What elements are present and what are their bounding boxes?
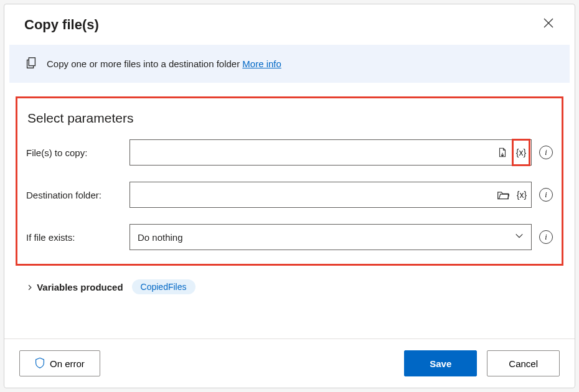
- chevron-down-icon: [515, 231, 524, 243]
- on-error-button[interactable]: On error: [19, 350, 100, 376]
- destination-folder-input[interactable]: [130, 182, 494, 207]
- on-error-label: On error: [50, 358, 85, 369]
- variable-token-icon: {x}: [516, 147, 526, 157]
- close-icon[interactable]: [541, 16, 556, 34]
- variable-pill[interactable]: CopiedFiles: [132, 279, 195, 294]
- variable-token-icon: {x}: [517, 190, 527, 200]
- dialog-footer: On error Save Cancel: [4, 338, 575, 388]
- cancel-button[interactable]: Cancel: [487, 350, 560, 376]
- copy-icon: [24, 56, 38, 72]
- info-icon[interactable]: i: [539, 146, 553, 159]
- info-banner: Copy one or more files into a destinatio…: [9, 45, 570, 83]
- exists-label: If file exists:: [26, 232, 129, 243]
- select-parameters-section: Select parameters File(s) to copy: {x} i…: [16, 96, 563, 266]
- section-title: Select parameters: [26, 111, 553, 126]
- titlebar: Copy file(s): [4, 4, 575, 45]
- select-value: Do nothing: [138, 232, 183, 243]
- files-input-wrap: {x}: [129, 139, 532, 166]
- banner-text: Copy one or more files into a destinatio…: [47, 58, 281, 69]
- insert-variable-button[interactable]: {x}: [512, 182, 531, 207]
- files-to-copy-row: File(s) to copy: {x} i: [26, 139, 553, 166]
- if-file-exists-row: If file exists: Do nothing i: [26, 224, 553, 250]
- if-file-exists-select[interactable]: Do nothing: [129, 224, 532, 250]
- dest-label: Destination folder:: [26, 190, 129, 200]
- more-info-link[interactable]: More info: [242, 58, 281, 69]
- variables-label: Variables produced: [37, 282, 123, 292]
- expand-variables[interactable]: Variables produced: [27, 282, 123, 292]
- shield-icon: [35, 357, 45, 370]
- copy-files-dialog: Copy file(s) Copy one or more files into…: [4, 4, 575, 388]
- files-label: File(s) to copy:: [26, 147, 129, 158]
- svg-rect-0: [29, 58, 35, 66]
- file-picker-icon[interactable]: [493, 140, 512, 165]
- banner-text-content: Copy one or more files into a destinatio…: [47, 58, 242, 69]
- variables-produced-row[interactable]: Variables produced CopiedFiles: [4, 271, 575, 294]
- chevron-right-icon: [27, 282, 35, 292]
- folder-picker-icon[interactable]: [494, 182, 512, 207]
- files-to-copy-input[interactable]: [130, 140, 493, 165]
- info-icon[interactable]: i: [539, 230, 553, 244]
- info-icon[interactable]: i: [539, 188, 553, 202]
- dest-input-wrap: {x}: [129, 182, 532, 208]
- dialog-title: Copy file(s): [24, 17, 99, 33]
- insert-variable-button[interactable]: {x}: [512, 139, 530, 166]
- save-button[interactable]: Save: [404, 350, 477, 376]
- destination-folder-row: Destination folder: {x} i: [26, 182, 553, 208]
